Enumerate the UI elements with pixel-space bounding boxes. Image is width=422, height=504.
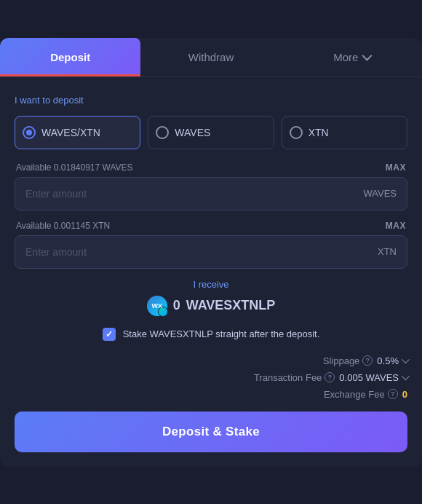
slippage-row: Slippage ? 0.5%	[15, 355, 407, 366]
exchange-fee-amount: 0	[402, 389, 407, 400]
receive-section: I receive WX 0 WAVESXTNLP	[15, 279, 407, 316]
receive-token-name: WAVESXTNLP	[186, 298, 276, 313]
logo-abbr: WX	[151, 302, 162, 310]
stake-label: Stake WAVESXTNLP straight after the depo…	[123, 328, 320, 339]
body-content: I want to deposit WAVES/XTN WAVES XTN Av…	[0, 77, 422, 467]
waves-amount-row: Available 0.01840917 WAVES MAX WAVES	[15, 162, 407, 210]
slippage-amount: 0.5%	[377, 355, 399, 366]
waves-unit-label: WAVES	[363, 188, 397, 199]
exchange-fee-label: Exchange Fee ?	[324, 389, 398, 400]
wavesxtnlp-logo: WX	[147, 296, 167, 316]
token-selector: WAVES/XTN WAVES XTN	[15, 116, 407, 149]
xtn-available-row: Available 0.001145 XTN MAX	[15, 221, 407, 231]
tab-deposit[interactable]: Deposit	[0, 38, 140, 76]
tab-more-label: More	[333, 51, 358, 63]
exchange-fee-value: 0	[402, 389, 407, 400]
waves-input-wrap: WAVES	[15, 177, 407, 210]
transaction-fee-label: Transaction Fee ?	[254, 372, 335, 383]
radio-waves	[156, 126, 169, 139]
xtn-max-button[interactable]: MAX	[386, 221, 406, 231]
receive-amount: WX 0 WAVESXTNLP	[15, 296, 407, 316]
radio-inner-waves-xtn	[26, 130, 32, 135]
receive-amount-num: 0	[173, 298, 180, 313]
token-xtn-label: XTN	[308, 127, 329, 138]
token-xtn-button[interactable]: XTN	[282, 116, 407, 149]
tab-withdraw[interactable]: Withdraw	[140, 38, 281, 76]
stake-checkbox[interactable]: ✓	[103, 328, 116, 341]
waves-available-row: Available 0.01840917 WAVES MAX	[15, 162, 407, 173]
stake-row: ✓ Stake WAVESXTNLP straight after the de…	[15, 328, 407, 341]
radio-xtn	[290, 126, 303, 139]
slippage-text: Slippage	[323, 355, 360, 366]
main-container: Deposit Withdraw More I want to deposit …	[0, 38, 422, 467]
waves-available-text: Available 0.01840917 WAVES	[16, 162, 133, 173]
tab-bar: Deposit Withdraw More	[0, 38, 422, 77]
xtn-input-wrap: XTN	[15, 235, 407, 269]
transaction-fee-amount: 0.005 WAVES	[339, 372, 399, 383]
token-waves-xtn-button[interactable]: WAVES/XTN	[15, 116, 140, 149]
checkmark-icon: ✓	[106, 330, 113, 339]
slippage-help-icon[interactable]: ?	[362, 355, 373, 366]
xtn-amount-input[interactable]	[25, 236, 378, 268]
transaction-fee-text: Transaction Fee	[254, 372, 322, 383]
transaction-fee-row: Transaction Fee ? 0.005 WAVES	[15, 372, 407, 383]
deposit-stake-button[interactable]: Deposit & Stake	[15, 412, 407, 452]
slippage-value: 0.5%	[377, 355, 407, 366]
want-to-deposit-label: I want to deposit	[15, 95, 407, 106]
fee-section: Slippage ? 0.5% Transaction Fee ? 0.005 …	[15, 355, 407, 400]
tab-more[interactable]: More	[282, 38, 422, 76]
chevron-down-icon	[362, 51, 373, 61]
token-waves-label: WAVES	[175, 127, 210, 138]
receive-label: I receive	[15, 279, 407, 290]
exchange-fee-help-icon[interactable]: ?	[388, 389, 398, 399]
exchange-fee-row: Exchange Fee ? 0	[15, 389, 407, 400]
waves-amount-input[interactable]	[25, 178, 363, 210]
exchange-fee-text: Exchange Fee	[324, 389, 385, 400]
xtn-amount-row: Available 0.001145 XTN MAX XTN	[15, 221, 407, 269]
waves-max-button[interactable]: MAX	[386, 162, 406, 173]
xtn-available-text: Available 0.001145 XTN	[16, 221, 110, 231]
radio-waves-xtn	[23, 126, 36, 139]
xtn-unit-label: XTN	[378, 246, 397, 257]
transaction-fee-value: 0.005 WAVES	[339, 372, 407, 383]
transaction-fee-chevron-icon[interactable]	[402, 372, 410, 380]
token-waves-button[interactable]: WAVES	[148, 116, 274, 149]
slippage-chevron-icon[interactable]	[402, 355, 410, 363]
slippage-label: Slippage ?	[323, 355, 373, 366]
token-waves-xtn-label: WAVES/XTN	[41, 127, 100, 138]
transaction-fee-help-icon[interactable]: ?	[325, 372, 335, 382]
